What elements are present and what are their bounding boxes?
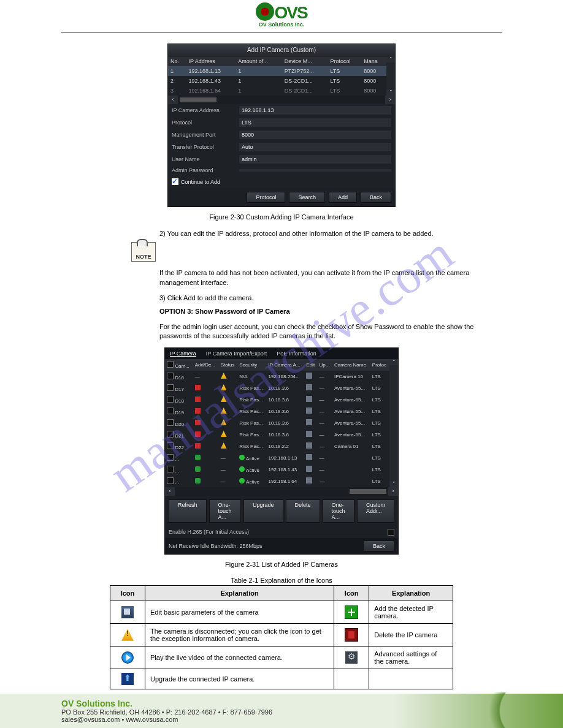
back-button[interactable]: Back (364, 540, 394, 552)
col-up[interactable]: Up... (317, 359, 332, 371)
col-port[interactable]: Mana (361, 56, 386, 66)
scroll-right-icon[interactable]: › (385, 96, 395, 104)
transfer-protocol-select[interactable]: Auto (239, 143, 391, 151)
edit-icon[interactable] (306, 454, 312, 460)
scroll-left-icon[interactable]: ‹ (168, 96, 178, 104)
protocol-button[interactable]: Protocol (247, 192, 285, 203)
row-checkbox[interactable] (167, 384, 174, 391)
table-row[interactable]: D20Risk Pas...10.18.3.6—Aventura-65...LT… (165, 417, 389, 429)
col-amount[interactable]: Amount of... (236, 56, 282, 66)
custom-add-button[interactable]: Custom Addi... (357, 499, 394, 523)
scroll-down-icon[interactable]: ˅ (386, 89, 395, 96)
upgrade-button[interactable]: Upgrade (243, 499, 283, 523)
warning-icon[interactable] (221, 384, 227, 390)
col-protocol[interactable]: Protocol (327, 56, 361, 66)
enable-h265-checkbox[interactable] (388, 529, 394, 536)
table-row[interactable]: ...— Active192.168.1.13—LTS (165, 452, 389, 464)
warning-icon[interactable] (221, 442, 227, 449)
table-row[interactable]: D21Risk Pas...10.18.3.6—Aventura-65...LT… (165, 429, 389, 441)
row-checkbox[interactable] (167, 373, 174, 379)
tab-poe-info[interactable]: PoE Information (272, 348, 321, 359)
table-row[interactable]: 1192.168.1.131PTZIP752...LTS8000 (168, 66, 386, 76)
edit-icon[interactable] (306, 442, 312, 449)
col-ip[interactable]: IP Camera A... (267, 359, 305, 371)
one-touch-a2-button[interactable]: One-touch A... (323, 499, 354, 523)
col-no[interactable]: No. (168, 56, 186, 66)
scroll-down-icon[interactable]: ˅ (389, 481, 398, 487)
edit-icon[interactable] (306, 384, 312, 390)
row-checkbox[interactable] (167, 419, 174, 426)
add-button[interactable]: Add (329, 192, 357, 203)
protocol-select[interactable]: LTS (239, 118, 391, 127)
add-row-icon[interactable] (195, 478, 201, 483)
admin-password-input[interactable] (239, 169, 391, 172)
select-all-checkbox[interactable] (167, 361, 174, 368)
row-checkbox[interactable] (167, 408, 174, 414)
row-checkbox[interactable] (167, 396, 174, 403)
warning-icon[interactable] (221, 408, 227, 414)
table-row[interactable]: D17Risk Pas...10.18.3.6—Aventura-65...LT… (165, 382, 389, 394)
table-row[interactable]: 3192.168.1.641DS-2CD1...LTS8000 (168, 86, 386, 96)
refresh-button[interactable]: Refresh (169, 499, 207, 523)
delete-row-icon[interactable] (195, 385, 201, 390)
row-checkbox[interactable] (167, 431, 174, 438)
warning-icon[interactable] (221, 396, 227, 402)
user-name-input[interactable]: admin (239, 155, 391, 164)
row-checkbox[interactable] (167, 454, 174, 461)
warning-icon[interactable] (221, 419, 227, 425)
add-row-icon[interactable] (195, 455, 201, 460)
delete-row-icon[interactable] (195, 420, 201, 425)
edit-icon[interactable] (306, 419, 312, 425)
edit-icon[interactable] (306, 431, 312, 437)
scroll-left-icon[interactable]: ‹ (165, 487, 175, 496)
management-port-input[interactable]: 8000 (239, 131, 391, 139)
table-row[interactable]: D18Risk Pas...10.18.3.6—Aventura-65...LT… (165, 394, 389, 406)
edit-icon[interactable] (306, 477, 312, 483)
ip-camera-address-input[interactable]: 192.168.1.13 (239, 106, 391, 115)
tab-ip-camera[interactable]: IP Camera (165, 348, 201, 359)
edit-icon[interactable] (306, 373, 312, 379)
delete-button[interactable]: Delete (286, 499, 320, 523)
h-scrollbar[interactable]: ‹ › (165, 487, 398, 496)
add-row-icon[interactable] (195, 466, 201, 472)
delete-row-icon[interactable] (195, 443, 201, 449)
delete-row-icon[interactable] (195, 408, 201, 414)
play-explanation: Play the live video of the connected cam… (145, 646, 334, 669)
row-checkbox[interactable] (167, 442, 174, 449)
h-scrollbar[interactable]: ‹ › (168, 96, 395, 104)
table-row[interactable]: D22Risk Pas...10.18.2.2—Camera 01LTS (165, 441, 389, 452)
scroll-thumb[interactable] (350, 489, 386, 494)
delete-row-icon[interactable] (195, 396, 201, 402)
scroll-up-icon[interactable]: ˄ (386, 56, 395, 63)
tab-import-export[interactable]: IP Camera Import/Export (201, 348, 272, 359)
edit-icon[interactable] (306, 408, 312, 414)
edit-icon[interactable] (306, 466, 312, 472)
col-edit[interactable]: Edit (304, 359, 317, 371)
back-button[interactable]: Back (361, 192, 391, 203)
col-model[interactable]: Device M... (282, 56, 328, 66)
table-row[interactable]: ...— Active192.168.1.43—LTS (165, 464, 389, 476)
col-name[interactable]: Camera Name (332, 359, 370, 371)
col-protocol[interactable]: Protoc (370, 359, 389, 371)
table-row[interactable]: D19Risk Pas...10.18.3.6—Aventura-65...LT… (165, 406, 389, 417)
col-adddel[interactable]: Add/De... (193, 359, 219, 371)
edit-icon[interactable] (306, 396, 312, 402)
one-touch-a-button[interactable]: One-touch A... (209, 499, 241, 523)
scroll-thumb[interactable] (180, 97, 216, 102)
scroll-up-icon[interactable]: ˄ (389, 359, 398, 365)
col-security[interactable]: Security (237, 359, 266, 371)
table-row[interactable]: D16—N/A192.168.254...—IPCamera 16LTS (165, 371, 389, 382)
row-checkbox[interactable] (167, 477, 174, 484)
table-row[interactable]: ...— Active192.168.1.64—LTS (165, 476, 389, 487)
delete-row-icon[interactable] (195, 431, 201, 437)
col-ip[interactable]: IP Address (186, 56, 236, 66)
warning-icon[interactable] (221, 373, 227, 379)
col-status[interactable]: Status (219, 359, 238, 371)
search-button[interactable]: Search (289, 192, 325, 203)
scroll-right-icon[interactable]: › (388, 487, 398, 496)
continue-to-add-checkbox[interactable] (172, 178, 178, 185)
warning-icon[interactable] (221, 431, 227, 437)
table-row[interactable]: 2192.168.1.431DS-2CD1...LTS8000 (168, 76, 386, 86)
col-cam[interactable]: Cam... (165, 359, 193, 371)
row-checkbox[interactable] (167, 466, 174, 472)
